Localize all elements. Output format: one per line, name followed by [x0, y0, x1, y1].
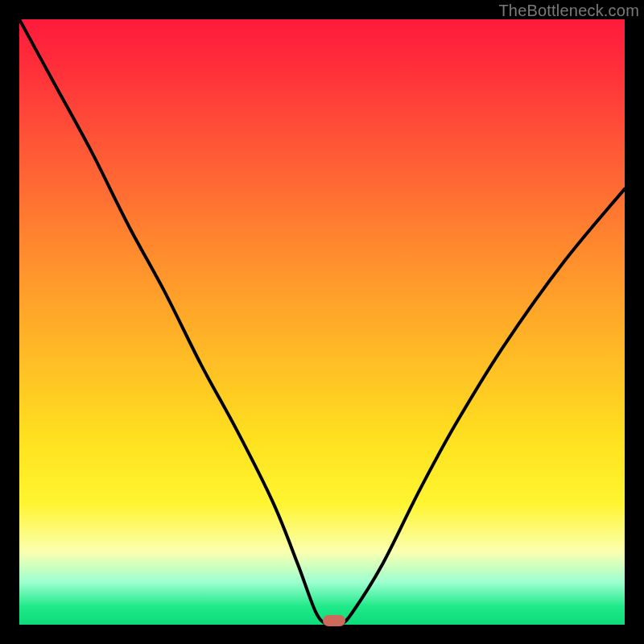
chart-frame: TheBottleneck.com [0, 0, 644, 644]
plot-area [19, 19, 625, 625]
watermark-text: TheBottleneck.com [498, 2, 639, 20]
bottleneck-curve [19, 19, 625, 625]
optimal-marker [323, 615, 345, 626]
